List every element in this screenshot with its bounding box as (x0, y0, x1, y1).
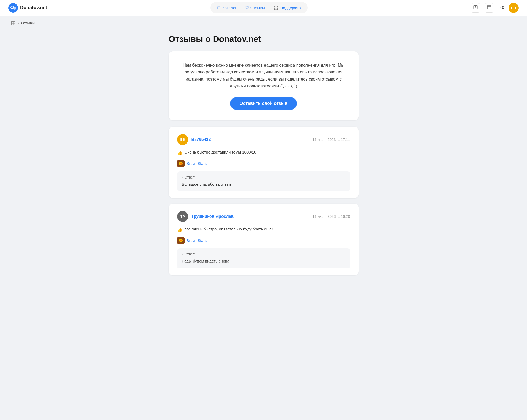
nav-reviews[interactable]: ♡ Отзывы (241, 4, 269, 12)
nav-support[interactable]: 🎧 Поддержка (270, 4, 304, 12)
review-date: 11 июля 2023 г., 17:11 (312, 137, 350, 142)
review-user-2: ТР Трушников Ярослав (177, 211, 234, 222)
main-content: Отзывы о Donatov.net Нам бесконечно важн… (163, 26, 364, 297)
reply-label: Ответ (185, 175, 195, 179)
thumbs-up-icon: 👍 (177, 150, 182, 156)
nav-catalog[interactable]: ⊞ Каталог (214, 4, 240, 12)
avatar-2: ТР (177, 211, 188, 222)
header: Donatov.net ⊞ Каталог ♡ Отзывы 🎧 Поддерж… (0, 0, 527, 16)
review-user: BS Bs765432 (177, 134, 211, 145)
archive-button[interactable] (485, 3, 494, 13)
review-game: Brawl Stars (177, 160, 350, 167)
page-title: Отзывы о Donatov.net (169, 34, 359, 44)
chevron-right-icon: › (182, 175, 183, 179)
game-name[interactable]: Brawl Stars (187, 161, 207, 166)
review-header-2: ТР Трушников Ярослав 11 июля 2023 г., 16… (177, 211, 350, 222)
reply-toggle-2[interactable]: › Ответ (182, 252, 345, 256)
review-body: 👍 Очень быстро доставили гемы 1000/10 (177, 149, 350, 156)
reply-toggle[interactable]: › Ответ (182, 175, 345, 179)
nav-catalog-label: Каталог (222, 6, 237, 10)
main-nav: ⊞ Каталог ♡ Отзывы 🎧 Поддержка (210, 2, 308, 13)
balance: 0 ₽ (498, 6, 504, 10)
svg-rect-6 (11, 21, 13, 23)
leave-review-button[interactable]: Оставить свой отзыв (230, 97, 297, 110)
svg-rect-9 (13, 23, 15, 25)
review-card: BS Bs765432 11 июля 2023 г., 17:11 👍 Оче… (169, 127, 359, 199)
reviews-icon: ♡ (245, 5, 249, 10)
svg-point-2 (11, 6, 13, 8)
svg-rect-5 (487, 6, 491, 6)
reply-block: › Ответ Большое спасибо за отзыв! (177, 171, 350, 191)
logo-icon (8, 3, 18, 13)
user-avatar[interactable]: ED (509, 3, 519, 13)
brawl-stars-icon-2 (178, 238, 184, 243)
avatar: BS (177, 134, 188, 145)
breadcrumb-current: Отзывы (21, 21, 35, 25)
review-text-2: все очень быстро, обязательно буду брать… (185, 226, 273, 232)
game-name-2[interactable]: Brawl Stars (187, 238, 207, 243)
logo-text: Donatov.net (20, 5, 47, 11)
review-game-2: Brawl Stars (177, 237, 350, 244)
nav-support-label: Поддержка (280, 6, 301, 10)
review-username-2[interactable]: Трушников Ярослав (191, 214, 234, 219)
reply-text: Большое спасибо за отзыв! (182, 181, 345, 187)
archive-icon (487, 5, 492, 11)
catalog-icon: ⊞ (217, 5, 221, 10)
review-body-2: 👍 все очень быстро, обязательно буду бра… (177, 226, 350, 233)
reply-label-2: Ответ (185, 252, 195, 256)
cart-icon (473, 5, 478, 11)
header-right: 0 ₽ ED (471, 3, 519, 13)
info-card-text: Нам бесконечно важно мнение клиентов наш… (181, 62, 346, 90)
breadcrumb-home-icon[interactable] (11, 21, 16, 26)
review-date-2: 11 июля 2023 г., 16:20 (312, 214, 350, 219)
review-header: BS Bs765432 11 июля 2023 г., 17:11 (177, 134, 350, 145)
breadcrumb-separator: \ (18, 21, 19, 25)
chevron-right-icon-2: › (182, 252, 183, 256)
svg-rect-8 (11, 23, 13, 25)
svg-rect-7 (13, 21, 15, 23)
review-username[interactable]: Bs765432 (191, 137, 211, 142)
reply-block-2: › Ответ Рады будем видеть снова! (177, 248, 350, 268)
game-icon-2 (177, 237, 185, 244)
nav-reviews-label: Отзывы (250, 6, 265, 10)
brawl-stars-icon (178, 161, 184, 166)
thumbs-up-icon-2: 👍 (177, 227, 182, 233)
cart-button[interactable] (471, 3, 480, 13)
logo-link[interactable]: Donatov.net (8, 3, 47, 13)
breadcrumb: \ Отзывы (0, 16, 527, 26)
svg-point-3 (13, 7, 16, 10)
support-icon: 🎧 (273, 5, 279, 10)
reply-text-2: Рады будем видеть снова! (182, 258, 345, 264)
info-card: Нам бесконечно важно мнение клиентов наш… (169, 51, 359, 120)
review-card-2: ТР Трушников Ярослав 11 июля 2023 г., 16… (169, 204, 359, 275)
review-text: Очень быстро доставили гемы 1000/10 (185, 149, 257, 155)
game-icon (177, 160, 185, 167)
